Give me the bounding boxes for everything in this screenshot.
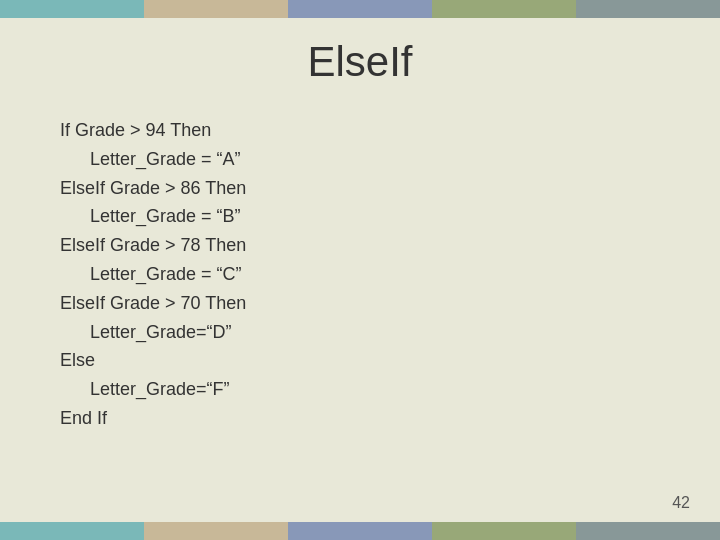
top-decorative-bar	[0, 0, 720, 18]
code-line-10: Letter_Grade=“F”	[60, 375, 660, 404]
top-bar-segment-4	[432, 0, 576, 18]
bottom-decorative-bar	[0, 522, 720, 540]
bottom-bar-segment-4	[432, 522, 576, 540]
bottom-bar-segment-3	[288, 522, 432, 540]
slide-title: ElseIf	[60, 38, 660, 86]
code-line-8: Letter_Grade=“D”	[60, 318, 660, 347]
code-line-2: Letter_Grade = “A”	[60, 145, 660, 174]
code-line-5: ElseIf Grade > 78 Then	[60, 231, 660, 260]
bottom-bar-segment-2	[144, 522, 288, 540]
code-line-11: End If	[60, 404, 660, 433]
bottom-bar-segment-5	[576, 522, 720, 540]
code-line-1: If Grade > 94 Then	[60, 116, 660, 145]
code-line-4: Letter_Grade = “B”	[60, 202, 660, 231]
bottom-bar-segment-1	[0, 522, 144, 540]
page-number: 42	[672, 494, 690, 512]
top-bar-segment-3	[288, 0, 432, 18]
main-content: ElseIf If Grade > 94 Then Letter_Grade =…	[0, 18, 720, 453]
code-line-9: Else	[60, 346, 660, 375]
code-line-3: ElseIf Grade > 86 Then	[60, 174, 660, 203]
top-bar-segment-2	[144, 0, 288, 18]
code-block: If Grade > 94 Then Letter_Grade = “A”Els…	[60, 116, 660, 433]
code-line-7: ElseIf Grade > 70 Then	[60, 289, 660, 318]
top-bar-segment-1	[0, 0, 144, 18]
top-bar-segment-5	[576, 0, 720, 18]
code-line-6: Letter_Grade = “C”	[60, 260, 660, 289]
